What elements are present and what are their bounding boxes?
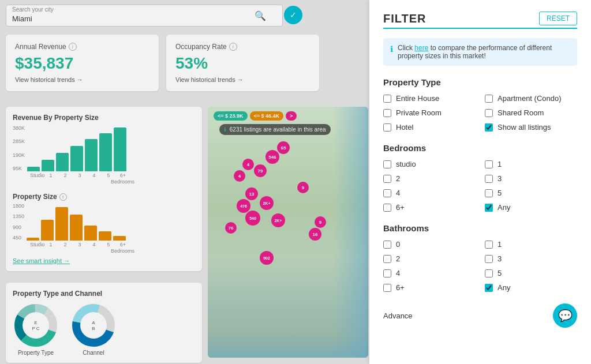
bedrooms-section: Bedrooms studio 1 2 3 4 <box>383 143 577 212</box>
prop-type-donut-label: Property Type <box>18 350 54 356</box>
prop-bar-studio <box>27 238 39 241</box>
checkbox-bed-3[interactable]: 3 <box>485 174 577 183</box>
left-panel: Search your city 🔍 ✓ Annual Revenue i $3… <box>0 0 369 364</box>
map-marker-9: 2K+ <box>260 196 274 210</box>
rev-bar-4 <box>85 139 98 171</box>
price-pill-2: <= $ 46.4K <box>250 111 284 121</box>
map-marker-13: 16 <box>309 228 321 241</box>
checkbox-private-room[interactable]: Private Room <box>383 108 476 117</box>
checkbox-bath-1[interactable]: 1 <box>485 240 577 249</box>
prop-bar-1 <box>41 220 54 241</box>
checkbox-bed-1[interactable]: 1 <box>485 160 577 168</box>
rev-bar-1 <box>42 160 54 171</box>
map-marker-15: 76 <box>225 222 237 234</box>
channel-donut: A B Channel <box>70 302 117 356</box>
checkbox-show-all-listings[interactable]: Show all listings <box>485 123 577 132</box>
rev-bar-3 <box>70 146 83 171</box>
prop-bar-3 <box>70 215 83 241</box>
annual-revenue-value: $35,837 <box>15 54 149 73</box>
checkbox-bed-studio[interactable]: studio <box>383 160 476 168</box>
search-icon[interactable]: 🔍 <box>255 10 266 21</box>
checkbox-bed-6plus[interactable]: 6+ <box>383 203 476 212</box>
search-area: Search your city 🔍 <box>6 5 283 27</box>
annual-revenue-label: Annual Revenue i <box>15 43 149 51</box>
svg-text:A: A <box>92 320 95 325</box>
prop-size-title: Property Size <box>13 193 57 201</box>
smart-insight-link[interactable]: See smart insight → <box>13 257 195 264</box>
map-marker-3: 79 <box>254 164 267 177</box>
checkbox-entire-house[interactable]: Entire House <box>383 94 476 103</box>
map-marker-10: 2K+ <box>271 213 285 227</box>
map-container: 65 546 79 4 4 13 476 540 2K+ 2K+ 9 9 16 … <box>208 107 368 358</box>
checkbox-apartment-condo[interactable]: Apartment (Condo) <box>485 94 577 103</box>
property-type-title: Property Type <box>383 77 577 87</box>
checkbox-bed-2[interactable]: 2 <box>383 174 476 183</box>
checkbox-bath-2[interactable]: 2 <box>383 254 476 263</box>
map-marker-4: 4 <box>242 159 254 170</box>
filter-panel: FILTER RESET ℹ Click here to compare the… <box>369 0 591 364</box>
price-pill-3: > <box>286 111 297 121</box>
bedrooms-grid: studio 1 2 3 4 5 <box>383 160 577 212</box>
prop-bar-2 <box>55 207 68 241</box>
prop-type-channel-title: Property Type and Channel <box>13 290 195 298</box>
charts-container: Revenue By Property Size 380K 285K 190K … <box>6 107 202 271</box>
checkbox-bath-0[interactable]: 0 <box>383 240 476 249</box>
bedrooms-title: Bedrooms <box>383 143 577 153</box>
checkbox-bed-5[interactable]: 5 <box>485 189 577 197</box>
rev-bar-5 <box>99 133 112 171</box>
info-banner-text: Click here to compare the performance of… <box>398 44 570 60</box>
svg-text:E: E <box>34 320 37 325</box>
verified-badge: ✓ <box>284 6 302 24</box>
price-pills-row: <= $ 23.9K <= $ 46.4K > <box>214 111 297 121</box>
channel-donut-label: Channel <box>83 350 104 356</box>
filter-header: FILTER RESET <box>383 12 577 25</box>
revenue-chart-title: Revenue By Property Size <box>13 114 195 122</box>
filter-divider <box>383 28 577 29</box>
info-icon-2: i <box>229 43 237 51</box>
bathrooms-title: Bathrooms <box>383 223 577 233</box>
chat-button[interactable]: 💬 <box>553 303 577 328</box>
annual-revenue-link[interactable]: View historical trends → <box>15 76 149 83</box>
map-info-icon: ℹ <box>224 126 226 133</box>
map-marker-14: 902 <box>260 251 274 265</box>
bathrooms-grid: 0 1 2 3 4 5 6+ <box>383 240 577 292</box>
svg-text:P C: P C <box>32 326 39 331</box>
rev-bar-6plus <box>114 127 126 171</box>
map-marker-6: 13 <box>245 187 258 200</box>
filter-title: FILTER <box>383 12 427 25</box>
checkbox-hotel[interactable]: Hotel <box>383 123 476 132</box>
checkbox-bath-3[interactable]: 3 <box>485 254 577 263</box>
checkbox-bath-any[interactable]: Any <box>485 283 577 292</box>
prop-bar-4 <box>84 226 97 241</box>
checkbox-shared-room[interactable]: Shared Room <box>485 108 577 117</box>
checkbox-bath-6plus[interactable]: 6+ <box>383 283 476 292</box>
prop-bar-5 <box>99 231 111 241</box>
checkbox-bath-4[interactable]: 4 <box>383 269 476 277</box>
map-marker-8: 540 <box>245 211 260 226</box>
map-marker-7: 476 <box>237 199 250 213</box>
checkbox-bed-4[interactable]: 4 <box>383 189 476 197</box>
map-marker-5: 4 <box>234 170 245 182</box>
occupancy-rate-label: Occupancy Rate i <box>175 43 310 51</box>
checkbox-bed-any[interactable]: Any <box>485 203 577 212</box>
prop-bar-6plus <box>113 236 126 241</box>
search-label: Search your city <box>12 6 54 13</box>
bathrooms-section: Bathrooms 0 1 2 3 4 <box>383 223 577 292</box>
svg-text:B: B <box>92 326 95 331</box>
property-type-section: Property Type Entire House Apartment (Co… <box>383 77 577 132</box>
occupancy-rate-link[interactable]: View historical trends → <box>175 76 310 83</box>
reset-button[interactable]: RESET <box>539 12 577 25</box>
map-marker-2: 546 <box>265 150 279 164</box>
prop-size-info-icon: i <box>59 193 67 201</box>
annual-revenue-box: Annual Revenue i $35,837 View historical… <box>6 35 159 91</box>
map-marker-1: 65 <box>277 141 290 154</box>
map-marker-12: 9 <box>315 216 326 228</box>
info-banner: ℹ Click here to compare the performance … <box>383 38 577 66</box>
info-banner-icon: ℹ <box>390 44 393 54</box>
price-pill-1: <= $ 23.9K <box>214 111 248 121</box>
advance-row: Advance 💬 <box>383 303 577 328</box>
checkbox-bath-5[interactable]: 5 <box>485 269 577 277</box>
map-marker-11: 9 <box>297 182 309 193</box>
info-banner-link[interactable]: here <box>414 44 428 52</box>
occupancy-rate-value: 53% <box>175 54 310 73</box>
